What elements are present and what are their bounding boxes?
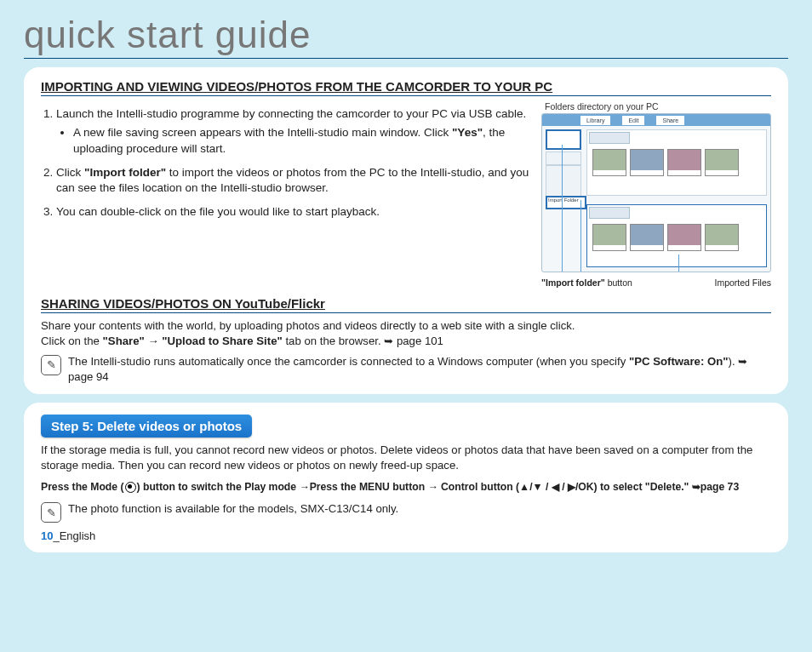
leader-line bbox=[562, 145, 563, 272]
thumb bbox=[705, 224, 739, 251]
step5-instr-mid: ) button to switch the Play mode →Press … bbox=[137, 481, 740, 493]
thumb bbox=[592, 149, 626, 176]
mode-icon bbox=[125, 482, 136, 493]
section-heading-import: IMPORTING AND VIEWING VIDEOS/PHOTOS FROM… bbox=[41, 79, 771, 96]
figure-panel-bottom bbox=[586, 204, 767, 267]
thumb bbox=[630, 149, 664, 176]
thumb bbox=[667, 149, 701, 176]
note-pre: The Intelli-studio runs automatically on… bbox=[68, 355, 629, 368]
figure-tab-edit: Edit bbox=[622, 116, 644, 125]
figure-date-chip bbox=[589, 132, 630, 144]
share-p2-pre: Click on the bbox=[41, 335, 103, 347]
step1-bullet-pre: A new file saving screen appears with th… bbox=[73, 126, 452, 139]
figure-caption-left-bold: "Import folder" bbox=[541, 277, 605, 288]
step1-bullet-yes: "Yes" bbox=[452, 126, 483, 139]
figure-caption-left: "Import folder" button bbox=[541, 277, 632, 288]
figure-sidebar-label1 bbox=[546, 152, 581, 165]
step1-text: Launch the Intelli-studio programme by c… bbox=[56, 107, 526, 120]
footer-lang: English bbox=[60, 529, 96, 542]
thumb bbox=[630, 224, 664, 251]
step2-bold: "Import folder" bbox=[84, 166, 166, 179]
thumb bbox=[667, 224, 701, 251]
step-2: Click "Import folder" to import the vide… bbox=[56, 165, 529, 196]
figure-caption-right: Imported Files bbox=[714, 277, 771, 288]
page-title: quick start guide bbox=[24, 15, 788, 59]
step-1: Launch the Intelli-studio programme by c… bbox=[56, 106, 529, 157]
figure-thumb-row-top bbox=[587, 146, 766, 180]
footer-sep: _ bbox=[53, 529, 59, 542]
page-number: 10 bbox=[41, 529, 53, 542]
step5-instruction: Press the Mode () button to switch the P… bbox=[41, 480, 771, 495]
steps-list: Launch the Intelli-studio programme by c… bbox=[41, 106, 529, 220]
step5-note-text: The photo function is available for the … bbox=[68, 501, 398, 517]
share-p2-post: tab on the browser. ➥ page 101 bbox=[283, 335, 443, 347]
thumb bbox=[705, 149, 739, 176]
figure-tab-share: Share bbox=[656, 116, 684, 125]
step2-pre: Click bbox=[56, 166, 84, 179]
step-3: You can double-click on the file you wou… bbox=[56, 204, 529, 220]
share-paragraph: Share your contents with the world, by u… bbox=[41, 318, 771, 349]
step5-intro: If the storage media is full, you cannot… bbox=[41, 443, 771, 473]
note-photo-models: The photo function is available for the … bbox=[41, 501, 771, 523]
note-intellistudio: The Intelli-studio runs automatically on… bbox=[41, 354, 771, 385]
figure-topbar: Library Edit Share bbox=[542, 114, 770, 126]
thumb bbox=[592, 224, 626, 251]
section-heading-share: SHARING VIDEOS/PHOTOS ON YouTube/Flickr bbox=[41, 296, 771, 313]
share-p1: Share your contents with the world, by u… bbox=[41, 319, 575, 332]
figure-sidebar-box bbox=[546, 129, 581, 150]
note-icon bbox=[41, 355, 61, 375]
figure-intellistudio: Library Edit Share Import Folder bbox=[541, 113, 771, 272]
note-icon bbox=[41, 502, 61, 523]
card-step5: Step 5: Delete videos or photos If the s… bbox=[24, 403, 788, 552]
figure-folder-chip bbox=[589, 207, 630, 219]
figure-panel-top bbox=[586, 129, 767, 196]
note-text: The Intelli-studio runs automatically on… bbox=[68, 354, 771, 385]
share-p2-bold: "Share" → "Upload to Share Site" bbox=[103, 335, 283, 347]
figure-caption-top: Folders directory on your PC bbox=[545, 101, 771, 112]
figure-tab-library: Library bbox=[580, 116, 610, 125]
card-import-share: IMPORTING AND VIEWING VIDEOS/PHOTOS FROM… bbox=[24, 67, 788, 394]
step5-badge: Step 5: Delete videos or photos bbox=[41, 415, 252, 438]
page-footer: 10_English bbox=[41, 529, 771, 542]
step1-bullet: A new file saving screen appears with th… bbox=[73, 125, 529, 156]
figure-caption-left-rest: button bbox=[605, 277, 632, 288]
figure-thumb-row-bottom bbox=[587, 220, 766, 255]
leader-line bbox=[580, 200, 581, 272]
step5-instr-pre: Press the Mode ( bbox=[41, 481, 124, 493]
leader-line bbox=[678, 255, 679, 272]
note-bold: "PC Software: On" bbox=[629, 355, 729, 368]
